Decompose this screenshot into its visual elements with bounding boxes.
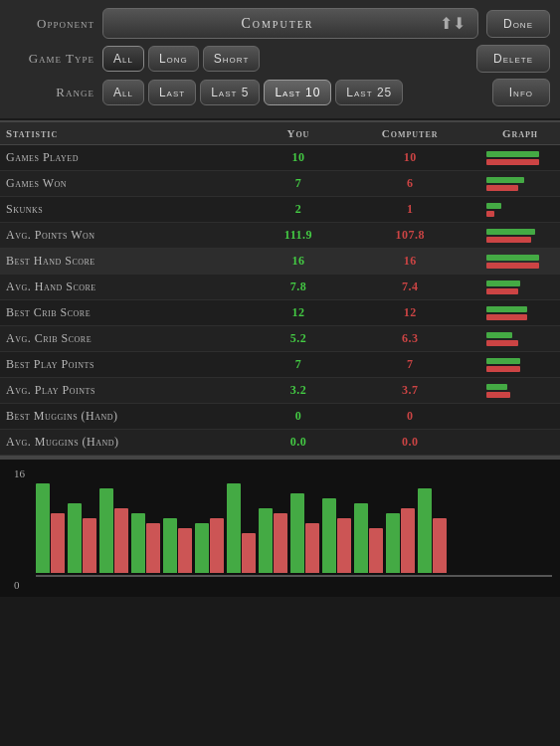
stat-you: 7.8: [258, 275, 340, 300]
chart-bar-green: [354, 503, 368, 573]
stat-label: Avg. Points Won: [0, 223, 258, 249]
chart-label-top: 16: [14, 467, 25, 479]
stat-you: 0.0: [258, 430, 340, 456]
stat-you: 7: [258, 171, 340, 197]
game-type-row: Game Type All Long Short Delete: [10, 45, 550, 73]
stat-computer: 0.0: [339, 430, 480, 456]
chart-bar-red: [337, 518, 351, 573]
game-type-all[interactable]: All: [102, 46, 144, 72]
stat-computer: 6.3: [339, 326, 480, 352]
chevron-icon: ⬆⬇: [440, 14, 466, 33]
range-last10[interactable]: Last 10: [264, 80, 331, 105]
chart-bar-red: [114, 508, 128, 573]
chart-bar-red: [83, 518, 96, 573]
stat-computer: 10: [339, 145, 480, 171]
stat-label: Avg. Hand Score: [0, 275, 258, 300]
range-last25[interactable]: Last 25: [335, 80, 403, 105]
stat-label: Best Hand Score: [0, 249, 258, 275]
chart-bar-pair: [259, 508, 287, 573]
chart-bar-red: [178, 528, 192, 573]
stat-label: Best Play Points: [0, 352, 258, 378]
chart-bar-green: [131, 513, 145, 573]
game-type-long[interactable]: Long: [148, 46, 199, 72]
stat-graph: [480, 171, 560, 197]
done-button[interactable]: Done: [486, 10, 550, 38]
stat-computer: 107.8: [339, 223, 480, 249]
table-row: Games Won76: [0, 171, 560, 197]
range-row: Range All Last Last 5 Last 10 Last 25 In…: [10, 79, 550, 106]
chart-bar-red: [433, 518, 447, 573]
chart-bar-pair: [68, 503, 96, 573]
chart-bar-green: [195, 523, 209, 573]
chart-bar-green: [163, 518, 177, 573]
stat-you: 7: [258, 352, 340, 378]
opponent-dropdown[interactable]: Computer ⬆⬇: [102, 8, 478, 39]
chart-bar-pair: [386, 508, 415, 573]
opponent-label: Opponent: [10, 16, 94, 32]
stat-you: 16: [258, 249, 340, 275]
stat-label: Avg. Muggins (Hand): [0, 430, 258, 456]
chart-bar-red: [242, 533, 256, 573]
chart-bar-pair: [163, 518, 192, 573]
chart-bar-pair: [36, 483, 65, 573]
stats-scroll[interactable]: Statistic You Computer Graph Games Playe…: [0, 122, 560, 456]
table-row: Avg. Play Points3.23.7: [0, 378, 560, 404]
stat-graph: [480, 275, 560, 300]
delete-button[interactable]: Delete: [476, 45, 550, 73]
chart-label-bottom: 0: [14, 579, 20, 591]
stat-computer: 7.4: [339, 275, 480, 300]
stat-label: Avg. Crib Score: [0, 326, 258, 352]
chart-bar-pair: [131, 513, 160, 573]
range-last5[interactable]: Last 5: [200, 80, 260, 105]
col-statistic: Statistic: [0, 122, 258, 145]
table-row: Avg. Crib Score5.26.3: [0, 326, 560, 352]
stat-graph: [480, 300, 560, 326]
table-row: Best Muggins (Hand)00: [0, 404, 560, 430]
chart-bar-pair: [290, 493, 319, 573]
stat-you: 0: [258, 404, 340, 430]
game-type-buttons: All Long Short: [102, 46, 468, 72]
col-graph: Graph: [480, 122, 560, 145]
stat-computer: 7: [339, 352, 480, 378]
chart-bar-red: [369, 528, 383, 573]
stat-you: 3.2: [258, 378, 340, 404]
stat-graph: [480, 404, 560, 430]
chart-bar-pair: [227, 483, 256, 573]
chart-bar-pair: [418, 488, 447, 573]
stat-label: Games Won: [0, 171, 258, 197]
stat-you: 12: [258, 300, 340, 326]
table-row: Best Hand Score1616: [0, 249, 560, 275]
game-type-label: Game Type: [10, 51, 94, 67]
stat-label: Best Crib Score: [0, 300, 258, 326]
game-type-short[interactable]: Short: [203, 46, 261, 72]
chart-bar-pair: [354, 503, 383, 573]
chart-bar-green: [259, 508, 273, 573]
info-button[interactable]: Info: [492, 79, 550, 106]
chart-bar-red: [210, 518, 224, 573]
stat-you: 111.9: [258, 223, 340, 249]
chart-bars: [36, 466, 552, 575]
stat-graph: [480, 378, 560, 404]
stat-you: 5.2: [258, 326, 340, 352]
chart-bar-red: [146, 523, 160, 573]
stat-graph: [480, 326, 560, 352]
stat-graph: [480, 223, 560, 249]
table-row: Skunks21: [0, 197, 560, 223]
chart-bar-green: [99, 488, 113, 573]
chart-bar-red: [51, 513, 65, 573]
chart-bar-pair: [322, 498, 351, 573]
stat-graph: [480, 145, 560, 171]
stat-computer: 1: [339, 197, 480, 223]
stat-label: Best Muggins (Hand): [0, 404, 258, 430]
stat-graph: [480, 352, 560, 378]
chart-bar-red: [305, 523, 319, 573]
range-last[interactable]: Last: [148, 80, 196, 105]
table-row: Avg. Points Won111.9107.8: [0, 223, 560, 249]
stat-computer: 6: [339, 171, 480, 197]
range-all[interactable]: All: [102, 80, 144, 105]
table-row: Best Play Points77: [0, 352, 560, 378]
stat-computer: 12: [339, 300, 480, 326]
stat-label: Games Played: [0, 145, 258, 171]
range-buttons: All Last Last 5 Last 10 Last 25: [102, 80, 484, 105]
stat-computer: 3.7: [339, 378, 480, 404]
